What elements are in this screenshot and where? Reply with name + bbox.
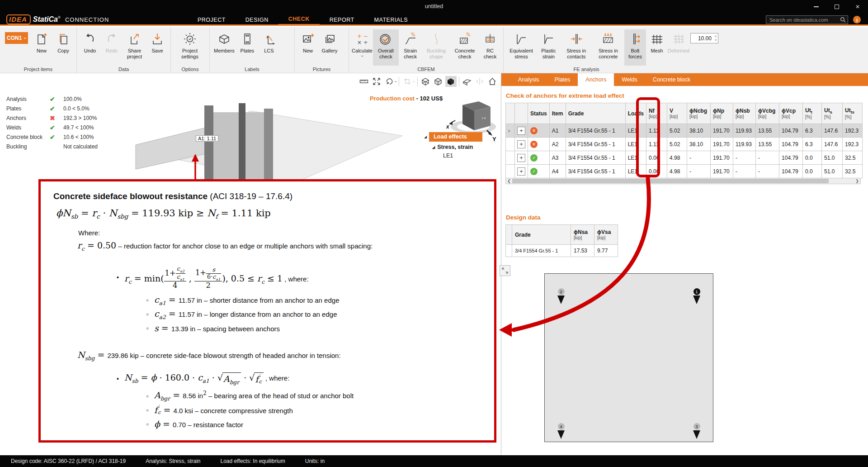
design-data-title: Design data bbox=[506, 214, 868, 221]
search-input[interactable] bbox=[769, 17, 840, 23]
expander-icon[interactable]: ◢ bbox=[424, 135, 427, 139]
bolt-forces-button[interactable]: Bolt forces bbox=[624, 29, 646, 66]
status-pass-icon: ✓ bbox=[530, 168, 538, 175]
circle-bullet-icon: ○ bbox=[146, 298, 149, 303]
members-button[interactable]: Members bbox=[212, 29, 236, 66]
expand-plus-icon: + bbox=[517, 167, 525, 176]
equivalent-stress-button[interactable]: Equivalent stress bbox=[506, 29, 537, 66]
deformed-scale-spinner: ˄˅ bbox=[690, 33, 718, 43]
nsb-formula-line: • Nsb = ϕ · 160.0 · ca1 · √Abgr · √f′c ,… bbox=[117, 372, 481, 386]
bullet-icon: • bbox=[117, 375, 119, 382]
overall-check-icon bbox=[379, 31, 392, 47]
close-button[interactable]: ✕ bbox=[847, 0, 868, 14]
table-row-a4[interactable]: + ✓ A4 3/4 F1554 Gr.55 - 1 LE1 0.00 4.98… bbox=[506, 165, 863, 178]
redo-button: Redo bbox=[101, 29, 123, 66]
maximize-button[interactable] bbox=[826, 0, 847, 14]
info-icon[interactable]: i bbox=[853, 16, 861, 24]
concrete-check-button[interactable]: % Concrete check bbox=[450, 29, 479, 66]
zoom-fit-button[interactable] bbox=[371, 76, 382, 87]
tab-design[interactable]: DESIGN bbox=[236, 14, 278, 26]
idea-logo: IDEA bbox=[6, 14, 31, 24]
copy-item-button[interactable]: Copy bbox=[52, 29, 74, 66]
strain-check-icon: % bbox=[404, 31, 417, 47]
s-line: ○s = 13.39 in – spacing between anchors bbox=[146, 321, 481, 335]
equivalent-stress-icon bbox=[514, 31, 528, 47]
tab-check[interactable]: CHECK bbox=[278, 14, 320, 26]
lcs-button[interactable]: LCS bbox=[258, 29, 280, 66]
mesh-button[interactable]: Mesh bbox=[646, 29, 668, 66]
tab-report[interactable]: REPORT bbox=[320, 14, 364, 26]
home-view-button[interactable] bbox=[487, 76, 498, 87]
table-row-a1[interactable]: › + ✕ A1 3/4 F1554 Gr.55 - 1 LE1 1.11 5.… bbox=[506, 124, 863, 138]
where-label: Where: bbox=[78, 229, 481, 237]
plates-button[interactable]: Plates bbox=[236, 29, 258, 66]
mesh-icon bbox=[650, 31, 664, 47]
row-expand-chevron-icon: › bbox=[508, 128, 510, 134]
strain-check-button[interactable]: % Strain check bbox=[399, 29, 422, 66]
member-box-icon bbox=[217, 31, 231, 47]
expander-icon[interactable]: ◢ bbox=[432, 145, 435, 149]
scrollbar-thumb[interactable] bbox=[512, 179, 829, 183]
tab-anchors[interactable]: Anchors bbox=[578, 73, 614, 86]
tab-plates[interactable]: Plates bbox=[547, 73, 578, 86]
save-button[interactable]: Save bbox=[146, 29, 168, 66]
calculate-button[interactable]: + −× ÷ Calculate › bbox=[351, 29, 373, 66]
toolbar-divider bbox=[399, 77, 399, 86]
connection-item-dropdown[interactable]: CON1› bbox=[5, 32, 28, 44]
section-view-button[interactable] bbox=[462, 76, 473, 87]
resize-handle[interactable] bbox=[500, 265, 510, 276]
table-row-a2[interactable]: + ✕ A2 3/4 F1554 Gr.55 - 1 LE1 1.11 5.02… bbox=[506, 138, 863, 151]
plastic-strain-button[interactable]: Plastic strain bbox=[537, 29, 561, 66]
undo-button[interactable]: Undo bbox=[79, 29, 101, 66]
abgr-line: ○Abgr = 8.56 in2 – bearing area of the h… bbox=[146, 389, 481, 403]
minimize-button[interactable] bbox=[806, 0, 826, 14]
circle-bullet-icon: ○ bbox=[146, 326, 149, 331]
search-icon[interactable] bbox=[840, 17, 846, 23]
tab-concrete-block[interactable]: Concrete block bbox=[645, 73, 698, 86]
overall-check-button[interactable]: Overall check bbox=[373, 29, 399, 66]
table-horizontal-scrollbar[interactable]: ❮ ❯ bbox=[505, 178, 861, 184]
svg-text:%: % bbox=[466, 32, 471, 37]
plate-icon bbox=[241, 31, 254, 47]
new-picture-button[interactable]: New bbox=[297, 29, 319, 66]
share-project-button[interactable]: Share project bbox=[123, 29, 146, 66]
tree-item-stress-strain[interactable]: ◢Stress, strain bbox=[432, 144, 482, 150]
chevron-down-icon: › bbox=[23, 37, 28, 39]
deformed-icon bbox=[672, 31, 685, 47]
wireframe-view-button[interactable] bbox=[420, 76, 431, 87]
summary-row-concrete-block: Concrete block✔10.6 < 100% bbox=[6, 132, 98, 142]
tree-item-le1[interactable]: LE1 bbox=[443, 152, 482, 159]
mirror-icon bbox=[475, 77, 484, 86]
gallery-button[interactable]: Gallery bbox=[319, 29, 340, 66]
design-data-row[interactable]: 3/4 F1554 Gr.55 - 1 17.53 9.77 bbox=[506, 245, 618, 257]
solid-view-button[interactable] bbox=[445, 76, 457, 87]
deformed-scale-input[interactable] bbox=[691, 35, 713, 42]
tab-project[interactable]: PROJECT bbox=[188, 14, 236, 26]
status-load-effects: Load effects: In equilibrium bbox=[221, 458, 285, 464]
status-analysis-type: Analysis: Stress, strain bbox=[146, 458, 200, 464]
scroll-right-icon[interactable]: ❯ bbox=[854, 178, 860, 184]
step-down-icon: ˅ bbox=[715, 38, 717, 42]
copy-icon bbox=[57, 31, 70, 47]
table-row-a3[interactable]: + ✓ A3 3/4 F1554 Gr.55 - 1 LE1 0.00 4.98… bbox=[506, 151, 863, 165]
tab-welds[interactable]: Welds bbox=[614, 73, 645, 86]
spinner-steppers[interactable]: ˄˅ bbox=[713, 35, 718, 42]
anchors-check-table: Status Item Grade Loads Nf[kip] V[kip] ϕ… bbox=[505, 103, 863, 178]
stress-in-contacts-button[interactable]: Stress in contacts bbox=[561, 29, 592, 66]
shaded-view-button[interactable] bbox=[433, 76, 444, 87]
idea-statica-window: untitled ✕ IDEA StatiCa ® CONNECTION PRO… bbox=[0, 0, 868, 467]
project-settings-button[interactable]: Project settings bbox=[173, 29, 207, 66]
rc-check-button[interactable]: RC check bbox=[479, 29, 501, 66]
table-header-row: Status Item Grade Loads Nf[kip] V[kip] ϕ… bbox=[506, 103, 863, 124]
stress-contacts-icon bbox=[570, 31, 583, 47]
section-view-icon bbox=[462, 77, 472, 86]
new-item-button[interactable]: New bbox=[31, 29, 52, 66]
tree-item-load-effects[interactable]: ◢Load effects bbox=[424, 132, 482, 142]
tab-materials[interactable]: MATERIALS bbox=[364, 14, 418, 26]
tab-analysis[interactable]: Analysis bbox=[510, 73, 547, 86]
axis-x-label: x bbox=[446, 124, 450, 130]
stress-in-concrete-button[interactable]: Stress in concrete bbox=[592, 29, 624, 66]
scroll-left-icon[interactable]: ❮ bbox=[506, 178, 512, 184]
measure-button[interactable] bbox=[358, 76, 369, 87]
chevron-down-icon[interactable]: › bbox=[393, 81, 398, 82]
